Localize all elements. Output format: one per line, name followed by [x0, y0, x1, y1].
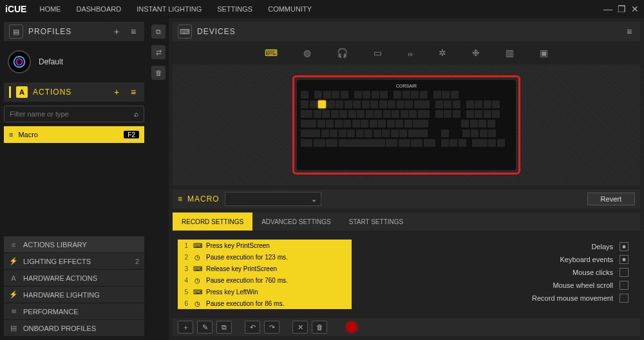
svg-point-1 [16, 59, 22, 64]
close-button[interactable]: ✕ [631, 4, 639, 14]
devices-menu-button[interactable]: ≡ [623, 26, 635, 37]
library-lighting-effects[interactable]: ⚡ LIGHTING EFFECTS 2 [4, 252, 144, 269]
waves-icon: ≋ [9, 307, 18, 316]
macro-title: MACRO [187, 194, 220, 203]
tool-delete[interactable]: 🗑 [312, 321, 327, 334]
step-text: Pause execution for 86 ms. [206, 300, 284, 307]
step-text: Pause execution for 123 ms. [206, 254, 288, 261]
device-mouse[interactable]: ◍ [303, 48, 311, 58]
delete-tool[interactable]: 🗑 [151, 66, 166, 80]
devices-header: ⌨ DEVICES ≡ [173, 22, 640, 41]
record-option: Keyboard events [365, 255, 635, 264]
nav-instant-lighting[interactable]: INSTANT LIGHTING [137, 5, 202, 13]
profile-current[interactable]: Default [4, 45, 144, 79]
library-hardware-actions[interactable]: A HARDWARE ACTIONS [4, 269, 144, 286]
tab-advanced-settings[interactable]: ADVANCED SETTINGS [252, 212, 340, 231]
record-option: Mouse clicks [365, 268, 635, 277]
macro-step[interactable]: 1⌨Press key PrintScreen [178, 240, 352, 251]
app-logo: iCUE [5, 4, 26, 14]
device-psu[interactable]: ▣ [540, 48, 548, 58]
keyboard-body[interactable]: CORSAIR [297, 80, 516, 170]
actions-accent [9, 86, 11, 98]
macro-header: ≡ MACRO ⌄ Revert [173, 189, 640, 209]
tab-record-settings[interactable]: RECORD SETTINGS [173, 212, 252, 231]
record-option: Mouse wheel scroll [365, 281, 635, 290]
library-item-label: HARDWARE LIGHTING [23, 291, 100, 299]
assign-tool[interactable]: ⇄ [151, 45, 166, 59]
device-stand[interactable]: ⏛ [408, 48, 413, 58]
profile-menu-button[interactable]: ≡ [128, 26, 139, 37]
device-fan[interactable]: ✲ [439, 48, 446, 58]
library-hardware-lighting[interactable]: ⚡ HARDWARE LIGHTING [4, 286, 144, 303]
option-checkbox[interactable] [620, 242, 629, 251]
macro-tabs: RECORD SETTINGS ADVANCED SETTINGS START … [173, 212, 640, 231]
profiles-header: ▤ PROFILES + ≡ [4, 22, 144, 41]
minimize-button[interactable]: ― [603, 4, 612, 14]
step-text: Release key PrintScreen [206, 265, 277, 272]
step-number: 2 [182, 254, 188, 261]
record-option: Record mouse movement [365, 294, 635, 303]
action-add-button[interactable]: + [111, 86, 122, 98]
letter-a-icon: A [9, 274, 18, 282]
stack-icon: ▤ [9, 324, 18, 332]
actions-header: A ACTIONS + ≡ [4, 82, 144, 102]
option-label: Keyboard events [560, 256, 613, 263]
tab-start-settings[interactable]: START SETTINGS [340, 212, 412, 231]
macro-step[interactable]: 6◷Pause execution for 86 ms. [178, 298, 352, 309]
actions-search[interactable]: ⌕ [4, 106, 144, 122]
search-icon: ⌕ [134, 109, 138, 118]
tool-undo[interactable]: ↶ [245, 321, 260, 334]
macro-menu-icon[interactable]: ≡ [178, 194, 182, 203]
device-mousepad[interactable]: ▭ [374, 48, 382, 58]
record-options: DelaysKeyboard eventsMouse clicksMouse w… [365, 240, 635, 309]
revert-button[interactable]: Revert [587, 193, 635, 205]
macro-step-list[interactable]: 1⌨Press key PrintScreen2◷Pause execution… [178, 240, 352, 309]
nav-dashboard[interactable]: DASHBOARD [76, 5, 121, 13]
tool-copy[interactable]: ⧉ [216, 321, 232, 334]
nav-home[interactable]: HOME [39, 5, 61, 13]
record-option: Delays [365, 242, 635, 251]
step-text: Press key LeftWin [206, 288, 258, 296]
profile-add-button[interactable]: + [111, 26, 122, 37]
tool-redo[interactable]: ↷ [264, 321, 279, 334]
actions-icon: A [16, 86, 28, 98]
device-cooler[interactable]: ❉ [472, 48, 480, 58]
action-menu-button[interactable]: ≡ [128, 86, 139, 98]
maximize-button[interactable]: ❐ [618, 4, 626, 14]
device-ram[interactable]: ▥ [506, 48, 514, 58]
option-label: Mouse wheel scroll [553, 281, 613, 289]
record-button[interactable] [344, 321, 359, 334]
step-number: 3 [182, 265, 188, 272]
option-checkbox[interactable] [620, 294, 629, 303]
macro-step[interactable]: 3⌨Release key PrintScreen [178, 263, 352, 274]
side-toolbar: ⧉ ⇄ 🗑 [148, 18, 169, 340]
step-icon: ⌨ [193, 288, 201, 296]
step-icon: ⌨ [193, 242, 201, 249]
macro-step[interactable]: 2◷Pause execution for 123 ms. [178, 251, 352, 263]
library-performance[interactable]: ≋ PERFORMANCE [4, 303, 144, 319]
tool-add[interactable]: ＋ [178, 321, 193, 334]
macro-step[interactable]: 4◷Pause execution for 760 ms. [178, 274, 352, 286]
tool-clear[interactable]: ✕ [292, 321, 308, 334]
nav-community[interactable]: COMMUNITY [268, 5, 312, 13]
device-highlight: CORSAIR [292, 75, 520, 175]
copy-tool[interactable]: ⧉ [151, 24, 166, 39]
macro-step[interactable]: 5⌨Press key LeftWin [178, 286, 352, 298]
nav-settings[interactable]: SETTINGS [217, 5, 252, 13]
option-checkbox[interactable] [620, 255, 629, 264]
library-item-label: HARDWARE ACTIONS [23, 274, 97, 282]
macro-editor: 1⌨Press key PrintScreen2◷Pause execution… [173, 234, 640, 314]
actions-search-input[interactable] [10, 110, 134, 118]
device-headset[interactable]: 🎧 [337, 48, 348, 58]
library-onboard-profiles[interactable]: ▤ ONBOARD PROFILES [4, 319, 144, 336]
step-number: 4 [182, 277, 188, 284]
device-keyboard[interactable]: ⌨ [265, 48, 278, 58]
action-item-macro[interactable]: ≡ Macro F2 [4, 126, 144, 143]
assigned-key[interactable] [318, 100, 326, 108]
tool-edit[interactable]: ✎ [197, 321, 213, 334]
macro-type-dropdown[interactable]: ⌄ [225, 192, 321, 206]
option-label: Delays [591, 243, 613, 250]
option-label: Mouse clicks [573, 269, 613, 276]
option-checkbox[interactable] [620, 268, 629, 277]
option-checkbox[interactable] [620, 281, 629, 290]
